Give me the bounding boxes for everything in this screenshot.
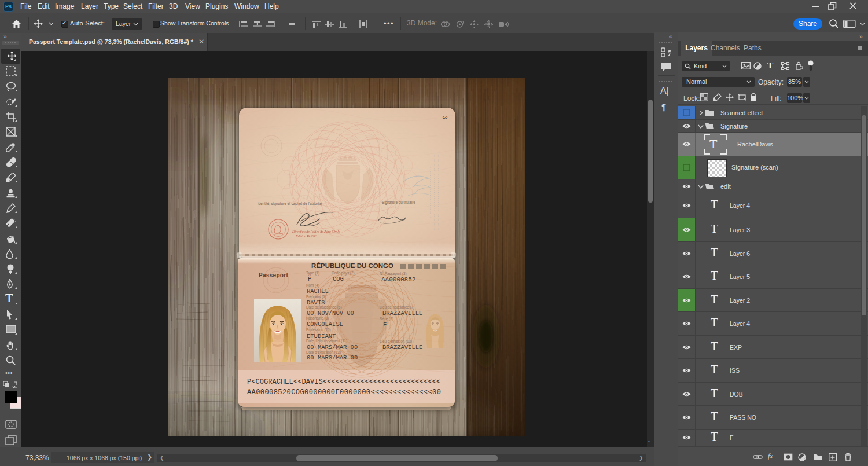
- svg-text:Signature du titulaire: Signature du titulaire: [382, 200, 415, 205]
- svg-text:3: 3: [442, 116, 448, 119]
- svg-text:Direction de Police de Aéro Ci: Direction de Police de Aéro Civile: [292, 230, 340, 233]
- svg-text:Edition PASSE: Edition PASSE: [295, 234, 317, 238]
- svg-text:identité, signature et cachet: identité, signature et cachet de l'autor…: [258, 201, 322, 206]
